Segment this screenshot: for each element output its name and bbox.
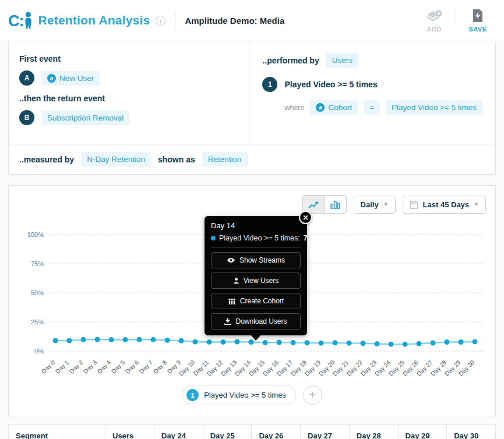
info-icon[interactable]: i xyxy=(156,16,165,26)
x-axis-tick: Day 7 xyxy=(138,359,154,375)
column-header: Segment xyxy=(9,425,105,439)
download-icon xyxy=(224,318,231,325)
event-a-pill[interactable]: a New User xyxy=(41,71,100,86)
project-name: Amplitude Demo: Media xyxy=(185,16,284,26)
data-point[interactable] xyxy=(403,342,408,347)
series-dot-icon xyxy=(211,236,216,240)
data-point[interactable] xyxy=(459,339,464,345)
y-axis-tick: 0% xyxy=(34,348,44,355)
data-point[interactable] xyxy=(179,338,184,344)
amplitude-icon: a xyxy=(316,103,325,112)
retention-chart: 0%25%50%75%100%Day 0Day 1Day 2Day 3Day 4… xyxy=(13,215,491,380)
x-axis-tick: Day 8 xyxy=(152,359,168,375)
event-a-badge: A xyxy=(19,70,34,86)
interval-dropdown[interactable]: Daily ▼ xyxy=(354,196,396,214)
data-point[interactable] xyxy=(361,341,366,346)
data-point[interactable] xyxy=(319,341,324,346)
data-point[interactable] xyxy=(67,338,72,344)
data-point[interactable] xyxy=(473,339,478,344)
save-button[interactable]: SAVE xyxy=(462,9,494,33)
column-header: Day 24 xyxy=(154,425,203,439)
chart-tooltip: ✕ Day 14 Played Video >= 5 times: 7.75% … xyxy=(205,216,307,335)
chevron-down-icon: ▼ xyxy=(474,201,479,207)
download-users-button[interactable]: Download Users xyxy=(211,313,301,330)
add-button[interactable]: ADD xyxy=(418,9,450,33)
user-icon xyxy=(233,278,239,284)
data-point[interactable] xyxy=(389,342,394,347)
create-cohort-button[interactable]: Create Cohort xyxy=(211,293,301,309)
data-point[interactable] xyxy=(53,338,58,344)
event-b-pill[interactable]: Subscription Removal xyxy=(41,111,129,125)
data-point[interactable] xyxy=(277,340,282,345)
data-point[interactable] xyxy=(151,337,156,342)
tooltip-value: 7.75% xyxy=(304,234,324,242)
table-header-row: SegmentUsersDay 24Day 25Day 26Day 27Day … xyxy=(9,425,496,439)
save-icon xyxy=(472,9,484,23)
where-label: where xyxy=(284,104,304,112)
performed-by-label: ..performed by xyxy=(262,56,319,65)
data-point[interactable] xyxy=(305,340,310,345)
x-axis-tick: Day 0 xyxy=(40,359,57,375)
date-range-dropdown[interactable]: Last 45 Days ▼ xyxy=(403,196,486,214)
shown-as-pill[interactable]: Retention xyxy=(202,152,248,167)
data-point[interactable] xyxy=(431,341,436,346)
data-point[interactable] xyxy=(235,339,240,345)
data-point[interactable] xyxy=(95,337,100,342)
data-point[interactable] xyxy=(109,337,114,342)
bar-chart-toggle[interactable] xyxy=(325,196,346,213)
x-axis-tick: Day 1 xyxy=(54,359,71,375)
data-point[interactable] xyxy=(375,341,380,346)
data-point[interactable] xyxy=(123,337,128,342)
data-point[interactable] xyxy=(347,341,352,346)
x-axis-tick: Day 5 xyxy=(110,359,126,375)
return-event-heading: ..then the return event xyxy=(19,94,238,103)
data-point[interactable] xyxy=(81,337,86,342)
data-point[interactable] xyxy=(207,339,212,345)
where-value-pill[interactable]: Played Video >= 5 times xyxy=(386,100,482,115)
show-streams-button[interactable]: Show Streams xyxy=(211,252,301,268)
cohort-icon xyxy=(228,298,236,305)
tooltip-arrow xyxy=(251,335,261,341)
y-axis-tick: 50% xyxy=(31,289,44,296)
x-axis-tick: Day 4 xyxy=(96,359,112,375)
series-1-badge: 1 xyxy=(186,389,199,401)
chart-type-toggle xyxy=(302,195,347,214)
measured-by-pill[interactable]: N-Day Retention xyxy=(81,152,151,167)
events-section: First event A a New User ..then the retu… xyxy=(9,41,249,144)
data-point[interactable] xyxy=(137,337,142,342)
eye-icon xyxy=(227,257,235,263)
view-users-button[interactable]: View Users xyxy=(211,272,301,289)
x-axis-tick: Day 30 xyxy=(457,359,475,377)
column-header: Day 26 xyxy=(252,425,301,439)
tooltip-series: Played Video >= 5 times: 7.75% xyxy=(211,234,301,248)
where-operator-pill[interactable]: = xyxy=(364,100,380,115)
results-table: SegmentUsersDay 24Day 25Day 26Day 27Day … xyxy=(8,424,496,439)
segment-1-label: Played Video >= 5 times xyxy=(284,80,377,89)
x-axis-tick: Day 2 xyxy=(68,359,84,375)
close-icon[interactable]: ✕ xyxy=(299,211,312,224)
data-point[interactable] xyxy=(193,339,198,345)
y-axis-tick: 100% xyxy=(27,231,44,238)
x-axis-tick: Day 10 xyxy=(177,359,196,377)
chart-panel: Daily ▼ Last 45 Days ▼ 0%25%50%75%100%Da… xyxy=(8,185,496,416)
performed-by-pill[interactable]: Users xyxy=(326,53,358,68)
segment-1-badge: 1 xyxy=(262,77,277,92)
divider xyxy=(175,12,175,29)
data-point[interactable] xyxy=(221,339,226,345)
data-point[interactable] xyxy=(445,339,450,345)
data-point[interactable] xyxy=(291,340,296,345)
header: C: Retention Analysis i Amplitude Demo: … xyxy=(0,0,504,41)
app-logo-icon: C: xyxy=(8,12,33,29)
data-point[interactable] xyxy=(263,340,268,345)
bar-chart-icon xyxy=(330,200,340,209)
data-point[interactable] xyxy=(165,338,170,343)
where-property-pill[interactable]: a Cohort xyxy=(310,100,358,115)
first-event-heading: First event xyxy=(19,54,238,63)
amplitude-icon: a xyxy=(47,74,56,83)
chart-legend: 1 Played Video >= 5 times + xyxy=(13,380,491,413)
column-header: Day 27 xyxy=(301,425,350,439)
legend-series-pill[interactable]: 1 Played Video >= 5 times xyxy=(182,385,296,405)
add-series-button[interactable]: + xyxy=(303,385,322,405)
data-point[interactable] xyxy=(417,341,422,346)
data-point[interactable] xyxy=(333,340,338,345)
